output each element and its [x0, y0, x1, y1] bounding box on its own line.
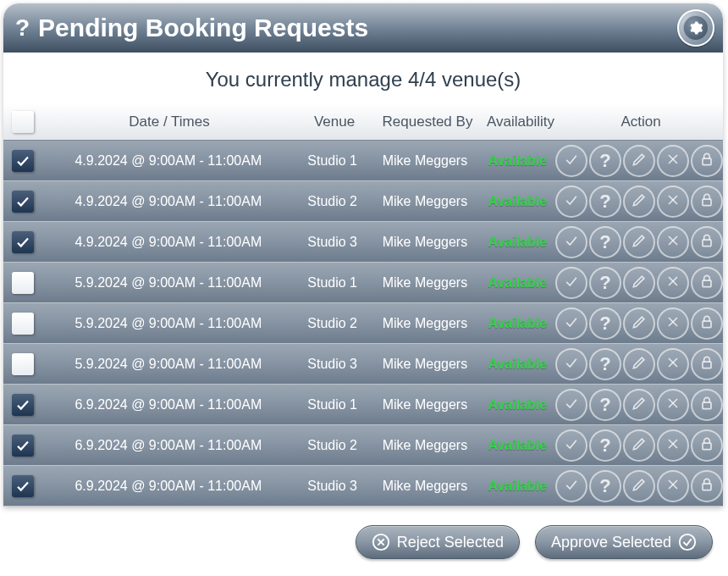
select-all-checkbox[interactable] — [12, 111, 34, 133]
reject-button[interactable] — [657, 470, 689, 502]
cell-date: 6.9.2024 @ 9:00AM - 11:00AM — [42, 479, 295, 494]
edit-button[interactable] — [623, 429, 655, 462]
availability-badge: Available — [488, 397, 547, 412]
reject-selected-button[interactable]: Reject Selected — [356, 525, 520, 559]
cell-venue: Studio 2 — [295, 316, 370, 331]
question-icon: ? — [599, 272, 610, 294]
edit-button[interactable] — [623, 348, 655, 380]
approve-button[interactable] — [555, 226, 587, 258]
edit-button[interactable] — [623, 145, 655, 177]
lock-button[interactable] — [691, 307, 723, 340]
cross-icon — [665, 191, 681, 212]
query-button[interactable]: ? — [589, 226, 621, 258]
lock-icon — [698, 313, 715, 334]
approve-icon — [563, 435, 580, 456]
reject-button[interactable] — [657, 389, 689, 421]
row-checkbox[interactable] — [12, 475, 34, 497]
query-button[interactable]: ? — [589, 429, 621, 462]
footer-actions: Reject Selected Approve Selected — [0, 507, 728, 559]
row-checkbox[interactable] — [12, 313, 34, 335]
approve-button[interactable] — [555, 429, 587, 462]
pencil-icon — [631, 354, 648, 374]
question-icon: ? — [599, 435, 610, 457]
approve-icon — [563, 191, 580, 212]
reject-button[interactable] — [657, 226, 689, 258]
row-checkbox[interactable] — [12, 231, 34, 253]
cell-venue: Studio 3 — [295, 357, 370, 372]
table-header: Date / Times Venue Requested By Availabi… — [3, 103, 723, 141]
availability-badge: Available — [488, 235, 547, 249]
reject-button[interactable] — [657, 186, 689, 218]
row-checkbox[interactable] — [12, 272, 34, 294]
reject-button[interactable] — [657, 307, 689, 340]
table-row: 4.9.2024 @ 9:00AM - 11:00AMStudio 3Mike … — [3, 222, 723, 263]
approve-icon — [563, 151, 580, 171]
col-header-availability: Availability — [483, 114, 559, 130]
col-header-venue: Venue — [296, 114, 372, 130]
approve-button[interactable] — [555, 348, 587, 380]
approve-button[interactable] — [555, 470, 587, 502]
lock-button[interactable] — [691, 348, 723, 380]
cell-date: 4.9.2024 @ 9:00AM - 11:00AM — [42, 235, 295, 250]
cell-venue: Studio 1 — [295, 153, 370, 169]
row-checkbox[interactable] — [12, 150, 34, 172]
row-checkbox[interactable] — [12, 394, 34, 416]
query-button[interactable]: ? — [589, 186, 621, 218]
query-button[interactable]: ? — [589, 267, 621, 299]
query-button[interactable]: ? — [589, 348, 621, 380]
cell-date: 5.9.2024 @ 9:00AM - 11:00AM — [42, 357, 295, 372]
row-actions: ? — [555, 145, 723, 177]
cross-icon — [665, 151, 681, 171]
cell-requested-by: Mike Meggers — [370, 397, 479, 413]
reject-button[interactable] — [657, 267, 689, 299]
table-row: 6.9.2024 @ 9:00AM - 11:00AMStudio 2Mike … — [3, 425, 723, 466]
approve-button[interactable] — [555, 145, 587, 177]
cell-venue: Studio 1 — [295, 275, 370, 291]
lock-button[interactable] — [691, 267, 723, 299]
lock-icon — [698, 191, 715, 212]
approve-button[interactable] — [555, 389, 587, 421]
reject-button[interactable] — [657, 429, 689, 462]
cell-venue: Studio 2 — [295, 438, 370, 453]
approve-selected-button[interactable]: Approve Selected — [535, 525, 713, 559]
edit-button[interactable] — [623, 267, 655, 299]
svg-rect-17 — [703, 362, 711, 368]
approve-button[interactable] — [555, 267, 587, 299]
lock-button[interactable] — [691, 389, 723, 421]
question-icon: ? — [599, 394, 610, 416]
settings-button[interactable] — [677, 9, 714, 47]
lock-button[interactable] — [691, 145, 723, 177]
pencil-icon — [631, 476, 648, 496]
query-button[interactable]: ? — [589, 307, 621, 340]
lock-button[interactable] — [691, 470, 723, 502]
availability-badge: Available — [488, 194, 547, 208]
help-icon[interactable]: ? — [15, 14, 30, 42]
pencil-icon — [631, 395, 648, 415]
row-checkbox[interactable] — [12, 435, 34, 457]
approve-button[interactable] — [555, 307, 587, 340]
table-row: 5.9.2024 @ 9:00AM - 11:00AMStudio 3Mike … — [3, 344, 723, 385]
reject-button[interactable] — [657, 145, 689, 177]
cell-date: 4.9.2024 @ 9:00AM - 11:00AM — [42, 153, 295, 169]
cross-icon — [665, 476, 681, 496]
lock-button[interactable] — [691, 429, 723, 462]
cell-requested-by: Mike Meggers — [370, 153, 479, 169]
query-button[interactable]: ? — [589, 145, 621, 177]
query-button[interactable]: ? — [589, 470, 621, 502]
approve-button[interactable] — [555, 186, 587, 218]
edit-button[interactable] — [623, 470, 655, 502]
edit-button[interactable] — [623, 307, 655, 340]
lock-button[interactable] — [691, 226, 723, 258]
lock-button[interactable] — [691, 186, 723, 218]
edit-button[interactable] — [623, 389, 655, 421]
row-checkbox[interactable] — [12, 353, 34, 375]
edit-button[interactable] — [623, 226, 655, 258]
approve-icon — [563, 232, 580, 252]
table-row: 6.9.2024 @ 9:00AM - 11:00AMStudio 1Mike … — [3, 385, 723, 425]
cell-venue: Studio 3 — [295, 479, 370, 494]
reject-button[interactable] — [657, 348, 689, 380]
query-button[interactable]: ? — [589, 389, 621, 421]
edit-button[interactable] — [623, 186, 655, 218]
row-checkbox[interactable] — [12, 191, 34, 213]
venue-summary: You currently manage 4/4 venue(s) — [3, 53, 723, 103]
